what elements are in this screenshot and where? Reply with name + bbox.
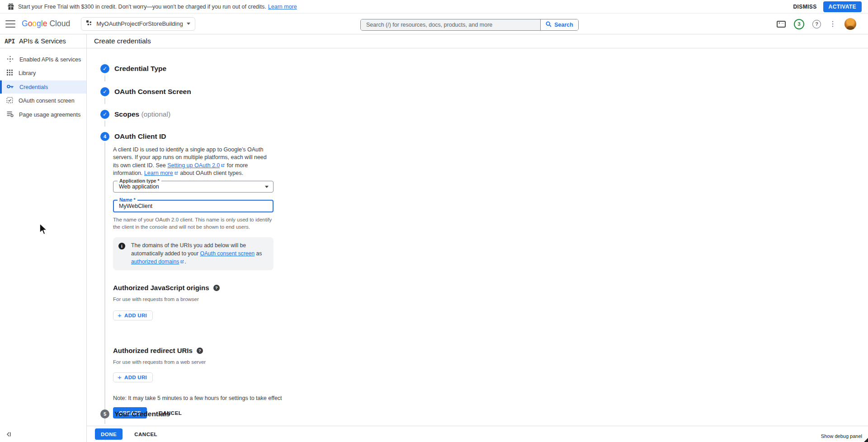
consent-icon bbox=[6, 97, 13, 105]
step-connector bbox=[104, 121, 105, 127]
api-product-icon: API bbox=[5, 38, 15, 45]
domains-info-box: i The domains of the URIs you add below … bbox=[113, 237, 274, 270]
client-name-field: Name * bbox=[113, 200, 274, 212]
client-id-description: A client ID is used to identify a single… bbox=[113, 146, 272, 177]
gift-icon bbox=[7, 3, 14, 12]
external-link-icon bbox=[174, 171, 179, 175]
application-type-label: Application type * bbox=[118, 179, 161, 183]
redirect-uris-heading: Authorized redirect URIs ? bbox=[113, 347, 385, 354]
dismiss-button[interactable]: DISMISS bbox=[793, 4, 816, 10]
search-input[interactable] bbox=[361, 19, 540, 30]
step-label: Scopes bbox=[114, 110, 139, 118]
more-icon[interactable]: ⋮ bbox=[829, 20, 836, 28]
redirect-uris-subtitle: For use with requests from a web server bbox=[113, 359, 385, 365]
menu-icon[interactable] bbox=[5, 20, 15, 28]
step-number-badge: 4 bbox=[100, 132, 109, 141]
external-link-icon bbox=[180, 259, 184, 264]
page-title: Create credentials bbox=[94, 37, 151, 45]
js-origins-heading: Authorized JavaScript origins ? bbox=[113, 284, 385, 292]
footer-action-bar: DONE CANCEL bbox=[87, 426, 868, 442]
add-uri-label: ADD URI bbox=[124, 313, 147, 318]
setting-up-oauth-link[interactable]: Setting up OAuth 2.0 bbox=[167, 162, 225, 169]
trial-banner: Start your Free Trial with $300 in credi… bbox=[0, 0, 868, 14]
search-button[interactable]: Search bbox=[540, 19, 578, 30]
enabled-apis-icon bbox=[6, 55, 14, 64]
project-icon bbox=[86, 20, 93, 28]
sidebar-item-label: Credentials bbox=[19, 84, 48, 90]
client-name-helper: The name of your OAuth 2.0 client. This … bbox=[113, 216, 272, 230]
link-label: Learn more bbox=[144, 170, 173, 176]
help-icon[interactable]: ? bbox=[812, 20, 821, 28]
debug-panel-corner bbox=[864, 438, 868, 442]
sidebar-item-oauth-consent[interactable]: OAuth consent screen bbox=[0, 94, 86, 108]
add-uri-origins-button[interactable]: + ADD URI bbox=[113, 310, 153, 320]
plus-icon: + bbox=[118, 313, 122, 318]
library-icon bbox=[6, 69, 13, 77]
cloud-shell-icon[interactable] bbox=[777, 21, 786, 28]
notifications-badge[interactable]: 3 bbox=[794, 19, 804, 29]
add-uri-label: ADD URI bbox=[124, 375, 147, 380]
js-origins-subtitle: For use with requests from a browser bbox=[113, 296, 385, 302]
oauth-consent-screen-link[interactable]: OAuth consent screen bbox=[200, 250, 255, 257]
step-oauth-client-id: 4 OAuth Client ID bbox=[100, 132, 166, 141]
sidebar-item-label: Enabled APIs & services bbox=[19, 56, 81, 63]
step-label-suffix: (optional) bbox=[141, 110, 170, 118]
sidebar-item-credentials[interactable]: Credentials bbox=[0, 80, 86, 94]
sidebar-item-library[interactable]: Library bbox=[0, 67, 86, 80]
step-label: Your Credentials bbox=[114, 410, 170, 418]
authorized-domains-link[interactable]: authorized domains bbox=[131, 259, 184, 265]
step-label: OAuth Client ID bbox=[114, 132, 166, 141]
app-bar: Google Cloud MyOAuthProjectForStoreBuild… bbox=[0, 14, 868, 34]
show-debug-panel[interactable]: Show debug panel bbox=[821, 433, 862, 439]
client-name-label: Name * bbox=[118, 197, 137, 202]
collapse-sidebar-icon[interactable] bbox=[5, 431, 12, 439]
agreements-icon bbox=[6, 110, 14, 119]
learn-more-oauth-link[interactable]: Learn more bbox=[144, 170, 179, 176]
info-text: . bbox=[184, 259, 186, 265]
oauth-client-id-form: A client ID is used to identify a single… bbox=[104, 142, 385, 424]
section-title: Authorized JavaScript origins bbox=[113, 284, 209, 292]
info-text: as bbox=[255, 250, 262, 257]
external-link-icon bbox=[221, 163, 225, 168]
step-label: OAuth Consent Screen bbox=[114, 88, 191, 96]
help-icon[interactable]: ? bbox=[197, 348, 203, 354]
step-number-badge: 5 bbox=[100, 409, 109, 418]
sidebar-title: APIs & Services bbox=[19, 38, 66, 45]
client-name-input[interactable] bbox=[114, 201, 273, 212]
google-logo-brand: Google bbox=[22, 19, 47, 28]
link-label: Setting up OAuth 2.0 bbox=[167, 162, 220, 169]
application-type-select[interactable]: Application type * Web application bbox=[113, 181, 274, 193]
plus-icon: + bbox=[118, 375, 122, 380]
trial-banner-text: Start your Free Trial with $300 in credi… bbox=[18, 4, 297, 10]
info-icon: i bbox=[118, 243, 125, 249]
sidebar-item-label: Library bbox=[19, 70, 36, 76]
add-uri-redirect-button[interactable]: + ADD URI bbox=[113, 372, 153, 382]
step-connector bbox=[104, 75, 105, 81]
google-cloud-logo[interactable]: Google Cloud bbox=[22, 19, 70, 28]
sidebar-item-page-usage-agreements[interactable]: Page usage agreements bbox=[0, 108, 86, 121]
check-icon: ✓ bbox=[100, 110, 109, 119]
project-name: MyOAuthProjectForStoreBuilding bbox=[96, 20, 183, 27]
step-credential-type: ✓ Credential Type bbox=[100, 64, 166, 73]
step-label: Credential Type bbox=[114, 65, 166, 73]
description-text: about OAuth client types. bbox=[179, 170, 243, 176]
trial-banner-message: Start your Free Trial with $300 in credi… bbox=[18, 4, 266, 10]
search-bar: Search bbox=[360, 19, 579, 31]
done-button[interactable]: DONE bbox=[95, 428, 123, 440]
key-icon bbox=[6, 83, 14, 92]
activate-button[interactable]: ACTIVATE bbox=[823, 1, 862, 12]
sidebar-item-enabled-apis[interactable]: Enabled APIs & services bbox=[0, 53, 86, 66]
step-scopes: ✓ Scopes (optional) bbox=[100, 110, 170, 119]
link-label: OAuth consent screen bbox=[200, 250, 255, 257]
sub-header: API APIs & Services Create credentials bbox=[0, 34, 868, 48]
help-icon[interactable]: ? bbox=[213, 285, 220, 291]
main-content: ✓ Credential Type ✓ OAuth Consent Screen… bbox=[87, 48, 868, 426]
cancel-button[interactable]: CANCEL bbox=[134, 432, 157, 437]
chevron-down-icon bbox=[265, 186, 269, 188]
google-logo-suffix: Cloud bbox=[49, 19, 70, 28]
project-selector[interactable]: MyOAuthProjectForStoreBuilding bbox=[81, 17, 195, 31]
sidebar: Enabled APIs & services Library Credenti… bbox=[0, 48, 87, 442]
learn-more-link[interactable]: Learn more bbox=[268, 4, 297, 10]
avatar[interactable] bbox=[844, 18, 856, 30]
link-label: authorized domains bbox=[131, 259, 179, 265]
